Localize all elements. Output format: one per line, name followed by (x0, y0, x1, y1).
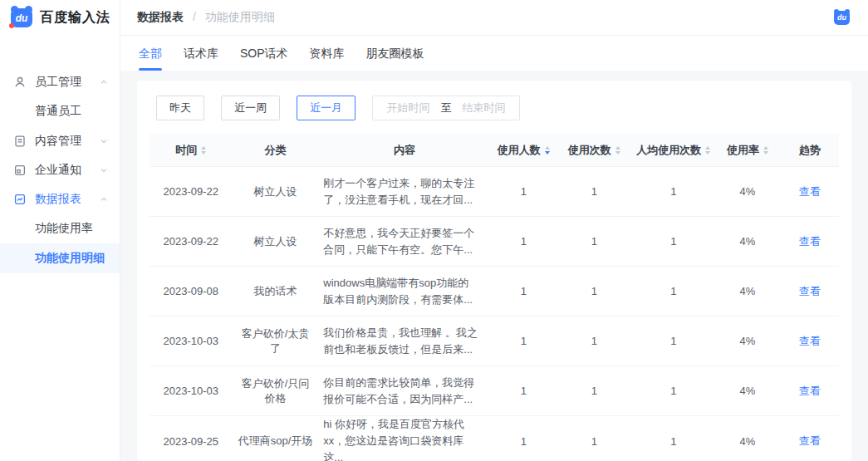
cell-category: 树立人设 (233, 234, 319, 249)
avatar-badge-text: du (837, 13, 846, 22)
end-date-placeholder[interactable]: 结束时间 (463, 101, 506, 115)
view-link[interactable]: 查看 (799, 385, 821, 397)
sort-desc-caret (201, 151, 206, 154)
quick-range-buttons: 昨天近一周近一月 (156, 96, 372, 120)
cell-rate: 4% (715, 435, 781, 448)
column-label: 趋势 (799, 143, 821, 158)
chevron-up-icon (100, 195, 108, 204)
start-date-placeholder[interactable]: 开始时间 (387, 101, 430, 115)
cell-content: hi 你好呀，我是百度官方核代xx，您这边是咨询口袋资料库这... (318, 416, 491, 461)
app-window: du 百度输入法 员工管理普通员工内容管理企业通知数据报表功能使用率功能使用明细… (0, 0, 868, 461)
view-link[interactable]: 查看 (799, 285, 821, 297)
column-header-time[interactable]: 时间 (150, 143, 233, 158)
cell-content: 我们价格是贵，我也理解 。我之前也和老板反馈过，但是后来... (318, 325, 491, 358)
sort-desc-caret (545, 151, 550, 154)
column-label: 内容 (394, 143, 415, 158)
cell-trend: 查看 (780, 384, 839, 399)
tab-all[interactable]: 全部 (137, 37, 164, 71)
sidebar-item-feature-usage-rate[interactable]: 功能使用率 (0, 213, 120, 243)
view-link[interactable]: 查看 (799, 185, 821, 198)
cell-category: 客户砍价/只问价格 (233, 376, 319, 406)
table-row: 2023-09-25代理商sop/开场hi 你好呀，我是百度官方核代xx，您这边… (150, 416, 839, 461)
sidebar-nav: 员工管理普通员工内容管理企业通知数据报表功能使用率功能使用明细 (0, 36, 120, 273)
cell-times: 1 (557, 185, 632, 198)
cell-avg: 1 (632, 385, 715, 397)
tab-bar: 全部话术库SOP话术资料库朋友圈模板 (120, 36, 868, 71)
column-header-category: 分类 (233, 143, 319, 158)
filter-button-yesterday[interactable]: 昨天 (156, 96, 204, 120)
column-header-times[interactable]: 使用次数 (557, 143, 632, 158)
report-chart-icon (13, 193, 27, 206)
cell-category: 代理商sop/开场 (233, 434, 319, 449)
cell-time: 2023-10-03 (150, 385, 233, 397)
view-link[interactable]: 查看 (799, 434, 821, 447)
cell-time: 2023-09-08 (150, 285, 233, 297)
baidu-bear-icon: du (11, 8, 32, 27)
date-range-separator: 至 (441, 101, 452, 115)
cell-time: 2023-09-25 (150, 435, 233, 448)
column-label: 使用次数 (568, 143, 611, 158)
cell-times: 1 (557, 385, 632, 397)
sort-icon[interactable] (545, 146, 550, 154)
sidebar-item-feature-usage-detail[interactable]: 功能使用明细 (0, 243, 120, 273)
cell-trend: 查看 (780, 434, 839, 449)
column-label: 使用人数 (498, 143, 541, 158)
tab-material-library[interactable]: 资料库 (308, 37, 346, 71)
cell-avg: 1 (632, 185, 715, 198)
breadcrumb-section[interactable]: 数据报表 (137, 10, 184, 23)
cell-avg: 1 (632, 435, 715, 448)
view-link[interactable]: 查看 (799, 235, 821, 248)
cell-trend: 查看 (780, 284, 839, 299)
sort-asc-caret (201, 146, 206, 150)
cell-content: windows电脑端带有sop功能的版本目前内测阶段，有需要体... (318, 275, 491, 308)
sidebar: du 百度输入法 员工管理普通员工内容管理企业通知数据报表功能使用率功能使用明细 (0, 0, 120, 461)
table-row: 2023-09-22树立人设不好意思，我今天正好要签一个合同，只能下午有空。您下… (150, 217, 839, 267)
user-avatar-icon[interactable]: du (834, 11, 850, 25)
cell-trend: 查看 (780, 184, 839, 199)
sort-desc-caret (705, 151, 710, 154)
cell-users: 1 (491, 385, 557, 397)
sort-icon[interactable] (615, 146, 620, 154)
view-link[interactable]: 查看 (799, 335, 821, 347)
date-range-picker[interactable]: 开始时间 至 结束时间 (372, 96, 520, 120)
sort-asc-caret (763, 146, 768, 150)
cell-avg: 1 (632, 285, 715, 297)
sidebar-group-label: 员工管理 (35, 75, 100, 90)
cell-content: 刚才一个客户过来，聊的太专注了，没注意看手机，现在才回... (318, 175, 491, 208)
column-label: 时间 (175, 143, 197, 158)
cell-users: 1 (491, 285, 557, 297)
filter-button-last-week[interactable]: 近一周 (221, 96, 280, 120)
column-header-avg[interactable]: 人均使用次数 (632, 143, 715, 158)
logo-tongue-dot (9, 23, 14, 28)
cell-times: 1 (557, 285, 632, 297)
user-icon (13, 76, 27, 89)
sidebar-group-content-management[interactable]: 内容管理 (0, 126, 120, 155)
tab-moments-template[interactable]: 朋友圈模板 (365, 37, 426, 71)
column-label: 分类 (264, 143, 286, 158)
column-header-users[interactable]: 使用人数 (491, 143, 557, 158)
cell-time: 2023-09-22 (150, 185, 233, 198)
sidebar-group-label: 数据报表 (35, 192, 100, 207)
sort-icon[interactable] (763, 146, 768, 154)
cell-avg: 1 (632, 335, 715, 347)
sidebar-group-employee-management[interactable]: 员工管理 (0, 67, 120, 96)
logo-badge-text: du (16, 12, 28, 24)
content-area: 昨天近一周近一月 开始时间 至 结束时间 时间分类内容使用人数使用次数人均使用次… (120, 71, 868, 461)
tab-script-library[interactable]: 话术库 (182, 37, 220, 71)
table-body: 2023-09-22树立人设刚才一个客户过来，聊的太专注了，没注意看手机，现在才… (150, 167, 839, 461)
sidebar-group-enterprise-notice[interactable]: 企业通知 (0, 155, 120, 184)
sidebar-item-regular-employee[interactable]: 普通员工 (0, 96, 120, 126)
column-header-rate[interactable]: 使用率 (715, 143, 781, 158)
filter-button-last-month[interactable]: 近一月 (297, 96, 356, 120)
cell-category: 客户砍价/太贵了 (233, 326, 319, 356)
chevron-down-icon (100, 166, 108, 174)
sort-icon[interactable] (201, 146, 206, 154)
tab-sop-script[interactable]: SOP话术 (238, 37, 290, 71)
cell-users: 1 (491, 235, 557, 248)
breadcrumb-current: 功能使用明细 (205, 10, 275, 23)
sidebar-group-data-report[interactable]: 数据报表 (0, 184, 120, 213)
sort-icon[interactable] (705, 146, 710, 154)
table-header-row: 时间分类内容使用人数使用次数人均使用次数使用率趋势 (150, 134, 839, 167)
sort-desc-caret (615, 151, 620, 154)
cell-rate: 4% (715, 385, 781, 397)
